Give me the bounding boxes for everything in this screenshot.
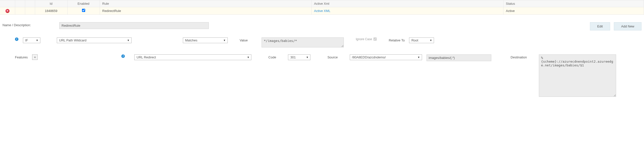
cell-status: Active <box>503 7 644 15</box>
relative-to-select[interactable]: Root <box>409 37 434 43</box>
match-operator-select[interactable]: Matches <box>183 37 228 43</box>
cell-id: 1848659 <box>35 7 67 15</box>
enabled-checkbox[interactable] <box>82 9 85 12</box>
info-icon[interactable]: i <box>15 37 18 41</box>
source-path-select[interactable]: /80A8EDD/azcdndemo/ <box>350 54 422 60</box>
rule-editor: Name / Description: Edit Add New i IF UR… <box>0 15 644 106</box>
col-header-enabled: Enabled <box>67 0 100 7</box>
edit-button[interactable]: Edit <box>590 22 610 31</box>
col-header-activexml: Active Xml <box>312 0 503 7</box>
cell-rule: RedirectRule <box>100 7 312 15</box>
col-header-id: Id <box>35 0 67 7</box>
destination-label: Destination <box>511 54 527 59</box>
name-input[interactable] <box>59 22 209 29</box>
info-icon[interactable]: i <box>121 54 125 58</box>
feature-type-select[interactable]: URL Redirect <box>134 54 251 60</box>
source-regex-input[interactable] <box>426 54 491 61</box>
table-row[interactable]: ✕ 1848659 RedirectRule Active XML Active <box>0 7 644 15</box>
rules-table: Id Enabled Rule Active Xml Status ✕ 1848… <box>0 0 644 15</box>
ignore-case-checkbox[interactable] <box>374 37 377 41</box>
code-label: Code <box>268 54 276 59</box>
col-header-blank <box>0 0 15 7</box>
delete-icon[interactable]: ✕ <box>6 9 10 13</box>
col-header-blank <box>15 0 25 7</box>
name-label: Name / Description: <box>2 22 55 27</box>
match-type-select[interactable]: URL Path Wildcard <box>57 37 132 43</box>
condition-if-select[interactable]: IF <box>23 37 40 43</box>
destination-textarea[interactable]: %{scheme}://azurecdnendpoint2.azureedge.… <box>539 54 616 97</box>
features-label: Features <box>15 54 28 59</box>
value-textarea[interactable]: */images/babies/* <box>262 37 344 47</box>
add-new-button[interactable]: Add New <box>614 22 642 31</box>
col-header-status: Status <box>503 0 644 7</box>
relative-to-label: Relative To <box>389 37 404 42</box>
value-label: Value <box>240 37 257 42</box>
col-header-rule: Rule <box>100 0 312 7</box>
col-header-blank <box>25 0 35 7</box>
active-xml-link[interactable]: Active XML <box>314 9 330 13</box>
source-label: Source <box>327 54 338 59</box>
ignore-case-label: Ignore Case <box>356 37 372 41</box>
code-select[interactable]: 301 <box>288 54 310 60</box>
add-feature-button[interactable]: + <box>32 54 38 60</box>
